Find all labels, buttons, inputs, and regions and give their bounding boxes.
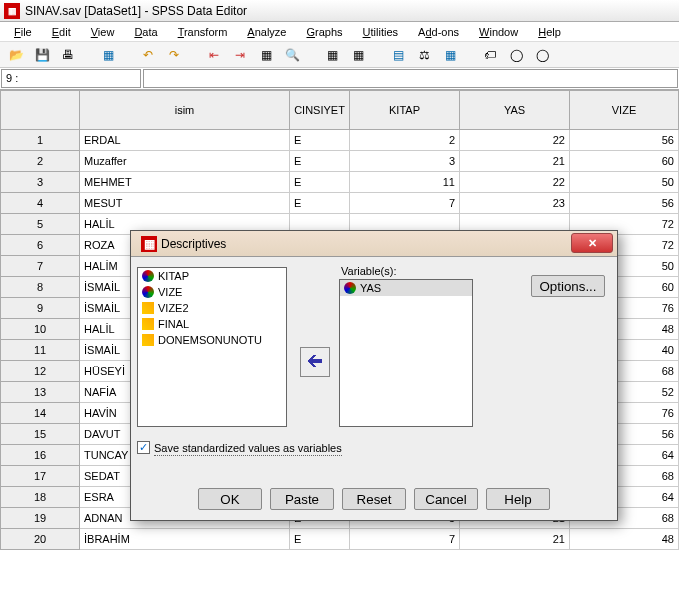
cell-yas[interactable]: 21 <box>460 529 570 550</box>
cell-address[interactable]: 9 : <box>1 69 141 88</box>
cell-vize[interactable]: 50 <box>570 172 679 193</box>
menu-window[interactable]: Window <box>471 24 526 40</box>
sets-icon[interactable]: ◯ <box>532 45 552 65</box>
dialog-title-bar: ▦ Descriptives ✕ <box>131 231 617 257</box>
row-header[interactable]: 14 <box>0 403 80 424</box>
value-labels-icon[interactable]: 🏷 <box>480 45 500 65</box>
cell-kitap[interactable]: 7 <box>350 193 460 214</box>
cell-value-input[interactable] <box>143 69 678 88</box>
ok-button[interactable]: OK <box>198 488 262 510</box>
cell-vize[interactable]: 56 <box>570 130 679 151</box>
cell-kitap[interactable]: 2 <box>350 130 460 151</box>
cell-cinsiyet[interactable]: E <box>290 130 350 151</box>
save-icon[interactable]: 💾 <box>32 45 52 65</box>
col-header-cinsiyet[interactable]: CINSIYET <box>290 90 350 130</box>
row-header[interactable]: 7 <box>0 256 80 277</box>
cell-isim[interactable]: İBRAHİM <box>80 529 290 550</box>
row-header[interactable]: 11 <box>0 340 80 361</box>
row-header[interactable]: 12 <box>0 361 80 382</box>
cell-cinsiyet[interactable]: E <box>290 193 350 214</box>
row-header[interactable]: 4 <box>0 193 80 214</box>
cell-kitap[interactable]: 3 <box>350 151 460 172</box>
menu-data[interactable]: Data <box>126 24 165 40</box>
cell-vize[interactable]: 56 <box>570 193 679 214</box>
insert-case-icon[interactable]: ▦ <box>322 45 342 65</box>
undo-icon[interactable]: ↶ <box>138 45 158 65</box>
col-header-isim[interactable]: isim <box>80 90 290 130</box>
selected-vars-list[interactable]: YAS <box>339 279 473 427</box>
dialog-recall-icon[interactable]: ▦ <box>98 45 118 65</box>
open-icon[interactable]: 📂 <box>6 45 26 65</box>
help-button[interactable]: Help <box>486 488 550 510</box>
cell-yas[interactable]: 21 <box>460 151 570 172</box>
row-header[interactable]: 17 <box>0 466 80 487</box>
row-header[interactable]: 20 <box>0 529 80 550</box>
use-sets-icon[interactable]: ◯ <box>506 45 526 65</box>
menu-edit[interactable]: Edit <box>44 24 79 40</box>
row-header[interactable]: 5 <box>0 214 80 235</box>
row-header[interactable]: 2 <box>0 151 80 172</box>
cell-cinsiyet[interactable]: E <box>290 172 350 193</box>
split-icon[interactable]: ▤ <box>388 45 408 65</box>
cancel-button[interactable]: Cancel <box>414 488 478 510</box>
menu-graphs[interactable]: Graphs <box>298 24 350 40</box>
cell-kitap[interactable]: 11 <box>350 172 460 193</box>
col-header-yas[interactable]: YAS <box>460 90 570 130</box>
available-vars-list[interactable]: KITAP VIZE VIZE2 FINAL DONEMSONUNOTU <box>137 267 287 427</box>
close-button[interactable]: ✕ <box>571 233 613 253</box>
row-header[interactable]: 6 <box>0 235 80 256</box>
menu-file[interactable]: File <box>6 24 40 40</box>
find-icon[interactable]: 🔍 <box>282 45 302 65</box>
row-header[interactable]: 3 <box>0 172 80 193</box>
row-header[interactable]: 16 <box>0 445 80 466</box>
table-row: 3MEHMETE112250 <box>0 172 679 193</box>
save-z-checkbox[interactable]: ✓ <box>137 441 150 454</box>
goto-var-icon[interactable]: ⇥ <box>230 45 250 65</box>
cell-yas[interactable]: 23 <box>460 193 570 214</box>
select-icon[interactable]: ▦ <box>440 45 460 65</box>
cell-vize[interactable]: 60 <box>570 151 679 172</box>
row-header[interactable]: 1 <box>0 130 80 151</box>
weight-icon[interactable]: ⚖ <box>414 45 434 65</box>
cell-kitap[interactable]: 7 <box>350 529 460 550</box>
row-header[interactable]: 9 <box>0 298 80 319</box>
goto-case-icon[interactable]: ⇤ <box>204 45 224 65</box>
cell-yas[interactable]: 22 <box>460 130 570 151</box>
redo-icon[interactable]: ↷ <box>164 45 184 65</box>
cell-cinsiyet[interactable]: E <box>290 151 350 172</box>
cell-isim[interactable]: Muzaffer <box>80 151 290 172</box>
menu-utilities[interactable]: Utilities <box>355 24 406 40</box>
app-icon: ▦ <box>4 3 20 19</box>
reset-button[interactable]: Reset <box>342 488 406 510</box>
table-row: 1ERDALE22256 <box>0 130 679 151</box>
window-title: SINAV.sav [DataSet1] - SPSS Data Editor <box>25 4 247 18</box>
print-icon[interactable]: 🖶 <box>58 45 78 65</box>
scale-icon <box>344 282 356 294</box>
menu-transform[interactable]: Transform <box>170 24 236 40</box>
move-left-button[interactable]: 🡰 <box>300 347 330 377</box>
table-row: 4MESUTE72356 <box>0 193 679 214</box>
insert-var-icon[interactable]: ▦ <box>348 45 368 65</box>
cell-isim[interactable]: MESUT <box>80 193 290 214</box>
paste-button[interactable]: Paste <box>270 488 334 510</box>
cell-vize[interactable]: 48 <box>570 529 679 550</box>
menu-view[interactable]: View <box>83 24 123 40</box>
row-header[interactable]: 18 <box>0 487 80 508</box>
cell-yas[interactable]: 22 <box>460 172 570 193</box>
cell-isim[interactable]: MEHMET <box>80 172 290 193</box>
menu-analyze[interactable]: Analyze <box>239 24 294 40</box>
menu-help[interactable]: Help <box>530 24 569 40</box>
options-button[interactable]: Options... <box>531 275 605 297</box>
row-header[interactable]: 15 <box>0 424 80 445</box>
row-header[interactable]: 13 <box>0 382 80 403</box>
variables-icon[interactable]: ▦ <box>256 45 276 65</box>
row-header[interactable]: 19 <box>0 508 80 529</box>
col-header-vize[interactable]: VIZE <box>570 90 679 130</box>
menu-addons[interactable]: Add-ons <box>410 24 467 40</box>
row-header[interactable]: 8 <box>0 277 80 298</box>
variables-label: Variable(s): <box>341 265 396 277</box>
cell-cinsiyet[interactable]: E <box>290 529 350 550</box>
row-header[interactable]: 10 <box>0 319 80 340</box>
cell-isim[interactable]: ERDAL <box>80 130 290 151</box>
col-header-kitap[interactable]: KITAP <box>350 90 460 130</box>
